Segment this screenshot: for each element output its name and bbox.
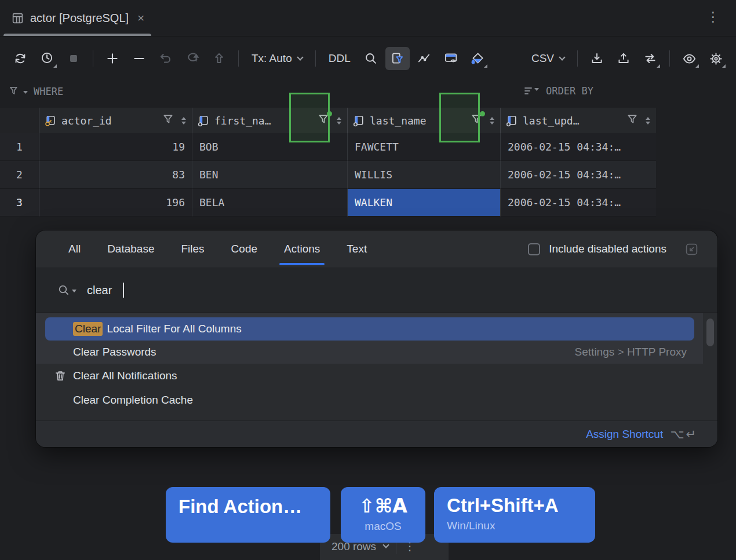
table-icon (12, 12, 24, 24)
mac-shortcut-badge: ⇧⌘A macOS (341, 487, 425, 543)
settings-button[interactable] (704, 47, 728, 70)
action-results-list: Clear Local Filter For All Columns Clear… (36, 312, 717, 420)
revert-changes-button[interactable] (154, 47, 178, 70)
tx-mode-label: Tx: Auto (252, 52, 292, 65)
tab-close-icon[interactable]: × (137, 11, 144, 25)
find-button[interactable] (359, 47, 383, 70)
cell-actor-id[interactable]: 196 (39, 189, 192, 217)
ddl-button[interactable]: DDL (323, 52, 356, 65)
add-row-button[interactable] (100, 47, 125, 70)
tab-label: Code (231, 243, 257, 255)
result-item-selected[interactable]: Clear Local Filter For All Columns (45, 317, 694, 341)
sort-toggle[interactable] (337, 117, 341, 125)
delete-row-button[interactable] (127, 47, 151, 70)
search-input-value: clear (87, 284, 112, 297)
tab-all[interactable]: All (68, 230, 81, 268)
view-mode-button[interactable] (677, 47, 701, 70)
cell-last-name[interactable]: WILLIS (348, 161, 501, 189)
export-format-dropdown[interactable]: CSV (526, 52, 570, 65)
result-item[interactable]: Clear Completion Cache (36, 388, 717, 412)
row-number[interactable]: 1 (0, 133, 39, 161)
column-header-last-update[interactable]: last_upd… (501, 108, 656, 133)
grid-corner-cell[interactable] (0, 108, 39, 133)
plus-icon (105, 51, 120, 66)
cell-first-name[interactable]: BELA (192, 189, 348, 217)
query-history-button[interactable] (35, 47, 59, 70)
include-disabled-checkbox[interactable] (528, 243, 540, 255)
window-menu-kebab-icon[interactable]: ⋮ (706, 9, 720, 25)
table-row: 2 83 BEN WILLIS 2006-02-15 04:34:… (0, 161, 656, 189)
column-name: last_upd… (523, 115, 580, 127)
download-icon (589, 51, 604, 66)
tab-code[interactable]: Code (231, 230, 257, 268)
sort-down-icon (181, 122, 186, 125)
open-in-tool-window-button[interactable] (684, 242, 699, 257)
tab-files[interactable]: Files (181, 230, 204, 268)
chevron-down-icon (534, 88, 539, 91)
order-by-label: ORDER BY (546, 85, 593, 97)
filter-active-dot (480, 111, 485, 116)
compare-button[interactable] (638, 47, 662, 70)
cell-actor-id[interactable]: 83 (39, 161, 192, 189)
row-number[interactable]: 3 (0, 189, 39, 217)
result-label: Clear Passwords (73, 346, 156, 358)
view-options-button[interactable] (439, 47, 463, 70)
tab-database[interactable]: Database (107, 230, 154, 268)
tab-actions-active[interactable]: Actions (284, 230, 320, 268)
column-filter-button[interactable] (385, 47, 410, 70)
editor-tab-bar: actor [PostgreSQL] × ⋮ (0, 0, 736, 36)
action-search-input[interactable]: clear (36, 268, 717, 312)
chevron-down-icon (382, 541, 389, 548)
chevron-down-icon (23, 91, 28, 94)
tab-label: Files (181, 243, 204, 255)
grid-toolbar: Tx: Auto DDL (0, 37, 736, 80)
minus-icon (132, 51, 147, 66)
column-header-actor-id[interactable]: actor_id (39, 108, 192, 133)
reload-data-button[interactable] (8, 47, 32, 70)
refresh-icon (13, 51, 28, 66)
sort-toggle[interactable] (490, 117, 494, 125)
trash-icon (54, 369, 67, 382)
row-number[interactable]: 2 (0, 161, 39, 189)
table-view-eye-icon (443, 51, 458, 66)
result-item[interactable]: Clear Passwords Settings > HTTP Proxy (36, 341, 703, 364)
tab-label: Text (347, 243, 367, 255)
mac-shortcut-label: macOS (341, 520, 425, 533)
submit-button[interactable] (207, 47, 231, 70)
where-filter-field[interactable]: WHERE (8, 85, 63, 98)
column-filter-icon[interactable] (162, 113, 174, 128)
import-data-button[interactable] (611, 47, 636, 70)
column-filter-icon[interactable] (626, 113, 639, 128)
order-by-field[interactable]: ORDER BY (523, 85, 593, 97)
sort-toggle[interactable] (181, 117, 186, 125)
cell-last-update[interactable]: 2006-02-15 04:34:… (501, 161, 656, 189)
chart-icon (417, 51, 432, 66)
swap-arrows-icon (643, 51, 658, 66)
cell-last-name-selected[interactable]: WALKEN (348, 189, 501, 217)
sort-down-icon (646, 122, 650, 125)
search-with-history-icon (57, 283, 76, 297)
toolbar-divider (669, 50, 670, 67)
export-data-button[interactable] (585, 47, 609, 70)
statistics-button[interactable] (412, 47, 436, 70)
tab-text[interactable]: Text (347, 230, 367, 268)
win-shortcut-label: Win/Linux (447, 519, 595, 532)
column-name: first_na… (214, 115, 271, 127)
stop-button[interactable] (61, 47, 86, 70)
cell-last-update[interactable]: 2006-02-15 04:34:… (501, 133, 656, 161)
up-arrow-icon (212, 51, 227, 66)
sort-up-icon (490, 117, 494, 120)
cell-first-name[interactable]: BEN (192, 161, 348, 189)
arrow-down-left-icon (684, 242, 699, 257)
assign-shortcut-link[interactable]: Assign Shortcut (586, 428, 663, 441)
tab-actor-postgresql[interactable]: actor [PostgreSQL] × (0, 0, 155, 36)
cell-actor-id[interactable]: 19 (39, 133, 192, 161)
color-settings-button[interactable] (465, 47, 490, 70)
submit-reload-button[interactable] (180, 47, 205, 70)
search-icon (363, 51, 378, 66)
cell-last-update[interactable]: 2006-02-15 04:34:… (501, 189, 656, 217)
sort-toggle[interactable] (646, 117, 650, 125)
result-item[interactable]: Clear All Notifications (36, 364, 717, 388)
scrollbar-thumb[interactable] (706, 319, 714, 346)
tx-mode-dropdown[interactable]: Tx: Auto (246, 52, 308, 65)
